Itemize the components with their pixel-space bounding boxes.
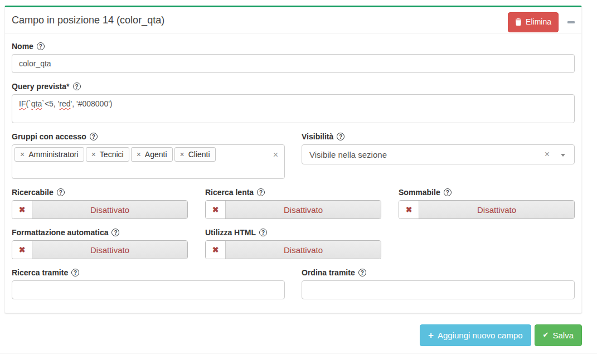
chevron-down-icon[interactable] [561, 154, 565, 157]
query-text-part: red [59, 99, 70, 108]
card-header: Campo in posizione 14 (color_qta) Elimin… [5, 7, 581, 34]
query-label: Query prevista* ? [12, 82, 575, 91]
ordina-tramite-input[interactable] [302, 280, 575, 299]
nome-label: Nome ? [12, 42, 575, 51]
save-button[interactable]: ✔ Salva [535, 324, 582, 346]
page-divider [0, 353, 597, 353]
toggle-state-label: Disattivato [226, 241, 381, 259]
query-text-part: qta [31, 99, 42, 108]
field-group-ricerca-lenta: Ricerca lenta ? ✖ Disattivato [205, 188, 381, 219]
toggle-state-label: Disattivato [32, 201, 187, 219]
toggle-state-label: Disattivato [419, 201, 574, 219]
row-search-order: Ricerca tramite ? Ordina tramite ? [12, 268, 575, 299]
toggle-off-x-icon: ✖ [206, 201, 226, 219]
card-tools: Elimina [508, 12, 575, 32]
field-group-visibilita: Visibilità ? Visibile nella sezione × [302, 132, 575, 179]
tag-remove-icon[interactable]: × [180, 149, 185, 159]
delete-button-label: Elimina [526, 17, 551, 28]
row-toggles-2: Formattazione automatica ? ✖ Disattivato… [12, 228, 575, 259]
toggle-off-x-icon: ✖ [399, 201, 419, 219]
ricerca-tramite-input[interactable] [12, 280, 285, 299]
visibilita-selected-value: Visibile nella sezione [309, 150, 387, 159]
help-icon[interactable]: ? [57, 188, 65, 196]
help-icon[interactable]: ? [444, 188, 452, 196]
save-button-label: Salva [552, 329, 574, 341]
field-group-ricerca-tramite: Ricerca tramite ? [12, 268, 285, 299]
gruppi-multiselect[interactable]: × Amministratori × Tecnici × Agenti × [12, 144, 285, 179]
field-group-ordina-tramite: Ordina tramite ? [302, 268, 575, 299]
check-icon: ✔ [543, 330, 549, 340]
tag-remove-icon[interactable]: × [137, 149, 141, 159]
query-text-part: ', '#008000') [71, 99, 113, 108]
field-group-query: Query prevista* ? IF(`qta`<5, 'red', '#0… [12, 82, 575, 123]
collapse-minus-icon[interactable] [567, 21, 575, 23]
formattazione-label: Formattazione automatica ? [12, 228, 188, 237]
query-text-part: IF [19, 99, 26, 108]
card-body: Nome ? Query prevista* ? IF(`qta`<5, 're… [5, 34, 581, 313]
ricerca-lenta-toggle[interactable]: ✖ Disattivato [205, 200, 381, 219]
group-tag: × Tecnici [86, 147, 129, 162]
group-tag: × Amministratori [14, 147, 84, 162]
row-toggles-1: Ricercabile ? ✖ Disattivato Ricerca lent… [12, 188, 575, 219]
utilizza-html-toggle[interactable]: ✖ Disattivato [205, 240, 381, 259]
formattazione-toggle[interactable]: ✖ Disattivato [12, 240, 188, 259]
delete-button[interactable]: Elimina [508, 12, 559, 32]
row-access-visibility: Gruppi con accesso ? × Amministratori × … [12, 132, 575, 179]
add-field-button-label: Aggiungi nuovo campo [438, 329, 523, 341]
plus-icon: + [428, 331, 434, 340]
sommabile-toggle[interactable]: ✖ Disattivato [399, 200, 575, 219]
query-text-part: `<5, ' [42, 99, 59, 108]
tag-label: Agenti [145, 149, 167, 159]
group-tag: × Clienti [174, 147, 216, 162]
help-icon[interactable]: ? [111, 229, 119, 236]
tag-remove-icon[interactable]: × [91, 149, 96, 159]
empty-column [399, 228, 575, 259]
field-group-nome: Nome ? [12, 42, 575, 73]
help-icon[interactable]: ? [337, 133, 344, 140]
select-clear-icon[interactable]: × [545, 150, 550, 159]
toggle-off-x-icon: ✖ [12, 241, 32, 259]
sommabile-label: Sommabile ? [399, 188, 575, 197]
query-text-part: (` [26, 99, 31, 108]
toggle-state-label: Disattivato [32, 241, 187, 259]
ricerca-tramite-label: Ricerca tramite ? [12, 268, 285, 277]
footer-actions: + Aggiungi nuovo campo ✔ Salva [4, 324, 582, 346]
ordina-tramite-label: Ordina tramite ? [302, 268, 575, 277]
gruppi-label: Gruppi con accesso ? [12, 132, 285, 141]
field-group-ricercabile: Ricercabile ? ✖ Disattivato [12, 188, 188, 219]
ricerca-lenta-label: Ricerca lenta ? [205, 188, 381, 197]
help-icon[interactable]: ? [73, 82, 81, 90]
help-icon[interactable]: ? [90, 133, 98, 140]
help-icon[interactable]: ? [257, 188, 265, 196]
help-icon[interactable]: ? [358, 269, 366, 276]
toggle-off-x-icon: ✖ [206, 241, 226, 259]
field-editor-card: Campo in posizione 14 (color_qta) Elimin… [4, 6, 582, 313]
help-icon[interactable]: ? [259, 229, 267, 236]
field-group-utilizza-html: Utilizza HTML ? ✖ Disattivato [205, 228, 381, 259]
tag-label: Tecnici [100, 149, 124, 159]
help-icon[interactable]: ? [71, 269, 79, 276]
tag-label: Amministratori [28, 149, 78, 159]
trash-icon [515, 18, 522, 26]
help-icon[interactable]: ? [37, 42, 45, 50]
ricercabile-toggle[interactable]: ✖ Disattivato [12, 200, 188, 219]
tag-label: Clienti [188, 149, 210, 159]
field-group-sommabile: Sommabile ? ✖ Disattivato [399, 188, 575, 219]
field-group-formattazione: Formattazione automatica ? ✖ Disattivato [12, 228, 188, 259]
add-field-button[interactable]: + Aggiungi nuovo campo [420, 324, 531, 346]
clear-all-icon[interactable]: × [273, 151, 278, 159]
group-tag: × Agenti [131, 147, 173, 162]
utilizza-html-label: Utilizza HTML ? [205, 228, 381, 237]
nome-input[interactable] [12, 54, 575, 73]
toggle-state-label: Disattivato [226, 201, 381, 219]
query-textarea[interactable]: IF(`qta`<5, 'red', '#008000') [12, 94, 575, 123]
visibilita-select[interactable]: Visibile nella sezione × [302, 144, 575, 164]
tag-remove-icon[interactable]: × [20, 149, 25, 159]
field-group-gruppi: Gruppi con accesso ? × Amministratori × … [12, 132, 285, 179]
toggle-off-x-icon: ✖ [12, 201, 32, 219]
visibilita-label: Visibilità ? [302, 132, 575, 141]
ricercabile-label: Ricercabile ? [12, 188, 188, 197]
page-title: Campo in posizione 14 (color_qta) [12, 14, 575, 26]
